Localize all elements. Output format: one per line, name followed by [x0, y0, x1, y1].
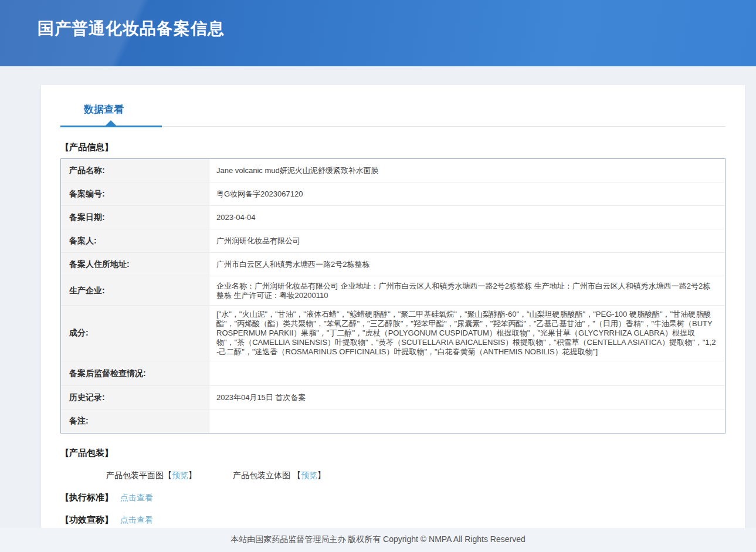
- page-header-banner: 国产普通化妆品备案信息: [0, 0, 756, 66]
- product-info-table: 产品名称: Jane volcanic mud妍泥火山泥舒缓紧致补水面膜 备案编…: [60, 158, 726, 434]
- section-title-product-info: 【产品信息】: [60, 142, 726, 153]
- row-value: 企业名称：广州润研化妆品有限公司 企业地址：广州市白云区人和镇秀水塘西一路2号2…: [209, 276, 725, 305]
- row-value: 广州市白云区人和镇秀水塘西一路2号2栋整栋: [209, 253, 725, 276]
- row-value: 粤G妆网备字2023067120: [209, 182, 725, 205]
- packaging-stereo-preview: 产品包装立体图 【预览】: [233, 470, 326, 480]
- table-row-registrant-address: 备案人住所地址: 广州市白云区人和镇秀水塘西一路2号2栋整栋: [61, 253, 725, 276]
- table-row-registrant: 备案人: 广州润研化妆品有限公司: [61, 229, 725, 253]
- packaging-flat-preview-link[interactable]: 预览: [172, 470, 188, 480]
- packaging-flat-label: 产品包装平面图: [106, 470, 164, 480]
- bracket-close: 】: [317, 470, 326, 480]
- row-value: 广州润研化妆品有限公司: [209, 229, 725, 252]
- section-title-efficacy: 【功效宣称】: [60, 514, 113, 526]
- row-value: 2023-04-04: [209, 206, 725, 229]
- bracket-open: 【: [164, 470, 172, 480]
- row-label: 成分:: [61, 306, 209, 361]
- tab-data-view[interactable]: 数据查看: [84, 103, 124, 126]
- row-label: 备案人:: [61, 229, 209, 252]
- standard-row: 【执行标准】 点击查看: [60, 492, 726, 503]
- table-row-post-supervision: 备案后监督检查情况:: [61, 361, 725, 386]
- page-footer: 本站由国家药品监督管理局主办 版权所有 Copyright © NMPA All…: [0, 528, 756, 552]
- packaging-stereo-preview-link[interactable]: 预览: [301, 470, 317, 480]
- row-label: 备案编号:: [61, 182, 209, 205]
- packaging-stereo-label: 产品包装立体图: [233, 470, 293, 480]
- packaging-previews: 产品包装平面图【预览】产品包装立体图 【预览】: [106, 470, 726, 481]
- packaging-flat-preview: 产品包装平面图【预览】: [106, 470, 196, 480]
- table-row-ingredients: 成分: ["水"，"火山泥"，"甘油"，"液体石蜡"，"鲸蜡硬脂醇"，"聚二甲基…: [61, 306, 725, 361]
- table-row-product-name: 产品名称: Jane volcanic mud妍泥火山泥舒缓紧致补水面膜: [61, 159, 725, 182]
- row-label: 备注:: [61, 409, 209, 433]
- row-label: 历史记录:: [61, 386, 209, 409]
- row-label: 备案人住所地址:: [61, 253, 209, 276]
- triangle-up-icon: [106, 120, 116, 126]
- page-title: 国产普通化妆品备案信息: [0, 0, 756, 40]
- row-value: [209, 409, 725, 433]
- table-row-history: 历史记录: 2023年04月15日 首次备案: [61, 386, 725, 409]
- bracket-close: 】: [188, 470, 196, 480]
- section-title-standard: 【执行标准】: [60, 492, 113, 503]
- table-row-manufacturer: 生产企业: 企业名称：广州润研化妆品有限公司 企业地址：广州市白云区人和镇秀水塘…: [61, 276, 725, 306]
- table-row-registration-number: 备案编号: 粤G妆网备字2023067120: [61, 182, 725, 206]
- tab-bar: 数据查看: [60, 103, 726, 127]
- standard-view-link[interactable]: 点击查看: [120, 493, 153, 503]
- row-label: 生产企业:: [61, 276, 209, 305]
- row-value: 2023年04月15日 首次备案: [209, 386, 725, 409]
- table-row-remarks: 备注:: [61, 409, 725, 433]
- row-value: [209, 361, 725, 385]
- section-title-packaging: 【产品包装】: [60, 448, 726, 459]
- row-label: 产品名称:: [61, 159, 209, 182]
- efficacy-row: 【功效宣称】 点击查看: [60, 514, 726, 526]
- bracket-open: 【: [293, 470, 301, 480]
- copyright-text: 本站由国家药品监督管理局主办 版权所有 Copyright © NMPA All…: [230, 534, 525, 544]
- row-value: ["水"，"火山泥"，"甘油"，"液体石蜡"，"鲸蜡硬脂醇"，"聚二甲基硅氧烷"…: [209, 306, 725, 361]
- efficacy-view-link[interactable]: 点击查看: [120, 515, 153, 526]
- active-tab-underline: [60, 126, 162, 127]
- row-label: 备案后监督检查情况:: [61, 361, 209, 385]
- row-label: 备案日期:: [61, 206, 209, 229]
- row-value: Jane volcanic mud妍泥火山泥舒缓紧致补水面膜: [209, 159, 725, 182]
- content-card: 数据查看 【产品信息】 产品名称: Jane volcanic mud妍泥火山泥…: [41, 85, 745, 541]
- table-row-registration-date: 备案日期: 2023-04-04: [61, 206, 725, 229]
